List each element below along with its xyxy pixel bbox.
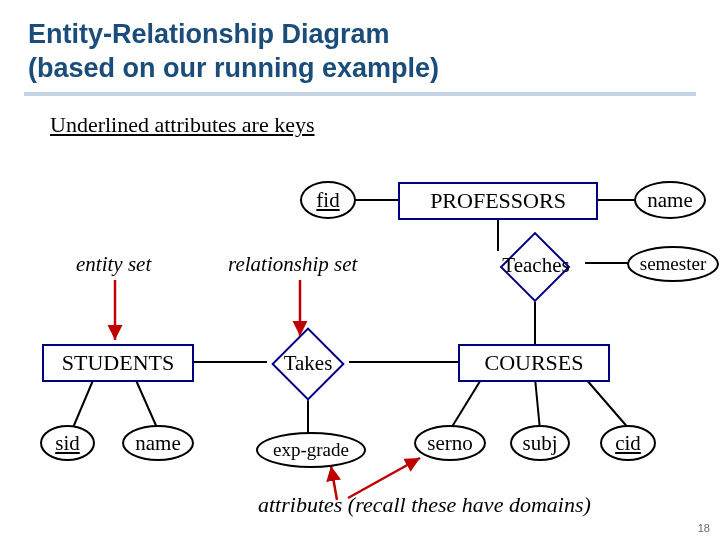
slide-number: 18 xyxy=(698,522,710,534)
svg-line-8 xyxy=(72,378,94,430)
entity-courses: COURSES xyxy=(458,344,610,382)
svg-line-12 xyxy=(585,378,630,430)
relationship-teaches-label: Teaches xyxy=(490,250,582,280)
attr-exp-grade: exp-grade xyxy=(256,432,366,468)
attr-stud-name: name xyxy=(122,425,194,461)
footnote-rest: (recall these have domains) xyxy=(342,492,590,517)
svg-line-11 xyxy=(535,378,540,430)
footnote-attributes: attributes (recall these have domains) xyxy=(258,492,591,518)
svg-line-9 xyxy=(135,378,158,430)
relationship-takes-label: Takes xyxy=(268,348,348,378)
attr-fid: fid xyxy=(300,181,356,219)
svg-line-10 xyxy=(450,378,482,430)
attr-subj: subj xyxy=(510,425,570,461)
entity-professors: PROFESSORS xyxy=(398,182,598,220)
diagram-canvas: fid PROFESSORS name Teaches semester STU… xyxy=(0,0,720,540)
attr-serno: serno xyxy=(414,425,486,461)
annot-relationship-set: relationship set xyxy=(228,252,357,277)
attr-prof-name: name xyxy=(634,181,706,219)
entity-students: STUDENTS xyxy=(42,344,194,382)
attr-sid: sid xyxy=(40,425,95,461)
attr-cid: cid xyxy=(600,425,656,461)
annot-entity-set: entity set xyxy=(76,252,151,277)
attr-semester: semester xyxy=(627,246,719,282)
footnote-attr-word: attributes xyxy=(258,492,342,517)
